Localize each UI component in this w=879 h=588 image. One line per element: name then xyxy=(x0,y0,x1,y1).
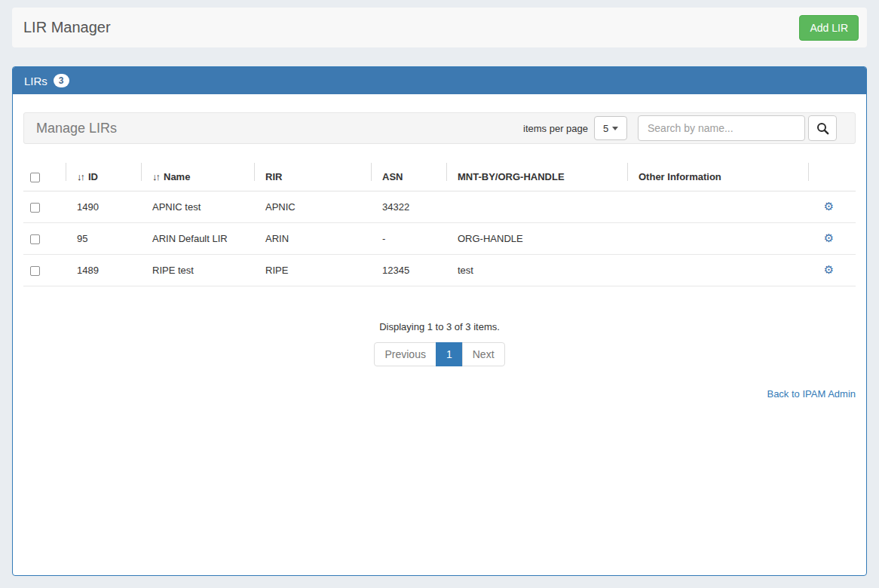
panel-body: Manage LIRs items per page 5 xyxy=(13,94,866,412)
cell-asn: - xyxy=(371,223,446,255)
cell-mnt-by: test xyxy=(446,255,627,286)
cell-mnt-by: ORG-HANDLE xyxy=(446,223,627,255)
pagination-page-1[interactable]: 1 xyxy=(436,342,463,366)
lirs-table: ↓↑ID ↓↑Name RIR ASN MNT-BY/ORG-HANDLE Ot… xyxy=(23,163,856,286)
row-checkbox[interactable] xyxy=(30,203,40,213)
column-header-rir: RIR xyxy=(254,163,371,191)
row-settings-button[interactable]: ⚙ xyxy=(824,233,834,244)
search-input[interactable] xyxy=(638,115,805,141)
items-per-page-label: items per page xyxy=(523,123,588,134)
cell-id: 1490 xyxy=(66,191,141,223)
select-all-checkbox[interactable] xyxy=(30,173,40,182)
column-header-actions xyxy=(808,163,856,191)
row-settings-button[interactable]: ⚙ xyxy=(824,201,834,213)
add-lir-button[interactable]: Add LIR xyxy=(799,15,859,41)
cell-mnt-by xyxy=(446,191,627,223)
sort-icon: ↓↑ xyxy=(152,171,159,182)
items-per-page-value: 5 xyxy=(603,123,608,134)
cell-other xyxy=(627,191,808,223)
table-row: 1489 RIPE test RIPE 12345 test ⚙ xyxy=(23,255,856,286)
pagination: Previous 1 Next xyxy=(23,342,856,366)
column-header-name[interactable]: ↓↑Name xyxy=(141,163,254,191)
cell-rir: RIPE xyxy=(254,255,371,286)
table-row: 1490 APNIC test APNIC 34322 ⚙ xyxy=(23,191,856,223)
search-button[interactable] xyxy=(808,115,837,141)
sort-icon: ↓↑ xyxy=(77,171,84,182)
count-badge: 3 xyxy=(54,74,69,87)
cell-other xyxy=(627,223,808,255)
column-header-mnt-by: MNT-BY/ORG-HANDLE xyxy=(446,163,627,191)
cell-asn: 12345 xyxy=(371,255,446,286)
gear-icon: ⚙ xyxy=(824,231,834,245)
pagination-previous[interactable]: Previous xyxy=(374,342,436,366)
cell-name: RIPE test xyxy=(141,255,254,286)
pagination-next[interactable]: Next xyxy=(462,342,505,366)
search-icon xyxy=(816,122,829,135)
column-header-asn: ASN xyxy=(371,163,446,191)
cell-id: 1489 xyxy=(66,255,141,286)
table-row: 95 ARIN Default LIR ARIN - ORG-HANDLE ⚙ xyxy=(23,223,856,255)
row-checkbox[interactable] xyxy=(30,234,40,244)
lirs-panel: LIRs 3 Manage LIRs items per page 5 xyxy=(12,66,867,576)
items-summary: Displaying 1 to 3 of 3 items. xyxy=(23,321,856,332)
page-header: LIR Manager Add LIR xyxy=(12,8,867,47)
back-to-ipam-admin-link[interactable]: Back to IPAM Admin xyxy=(767,388,856,400)
row-checkbox[interactable] xyxy=(30,266,40,276)
gear-icon: ⚙ xyxy=(824,263,834,277)
column-header-id[interactable]: ↓↑ID xyxy=(66,163,141,191)
footer-link-row: Back to IPAM Admin xyxy=(23,387,856,400)
panel-heading: LIRs 3 xyxy=(13,67,866,94)
row-settings-button[interactable]: ⚙ xyxy=(824,265,834,276)
toolbar-title: Manage LIRs xyxy=(36,121,117,136)
panel-title: LIRs xyxy=(24,75,47,87)
gear-icon: ⚙ xyxy=(824,200,834,213)
cell-asn: 34322 xyxy=(371,191,446,223)
cell-name: APNIC test xyxy=(141,191,254,223)
cell-rir: ARIN xyxy=(254,223,371,255)
page-title: LIR Manager xyxy=(23,19,111,36)
cell-other xyxy=(627,255,808,286)
items-per-page-select[interactable]: 5 xyxy=(594,116,627,140)
cell-id: 95 xyxy=(66,223,141,255)
toolbar-controls: items per page 5 xyxy=(523,115,837,141)
table-header-row: ↓↑ID ↓↑Name RIR ASN MNT-BY/ORG-HANDLE Ot… xyxy=(23,163,856,191)
caret-down-icon xyxy=(612,127,618,130)
toolbar: Manage LIRs items per page 5 xyxy=(23,112,856,144)
cell-rir: APNIC xyxy=(254,191,371,223)
column-header-other-information: Other Information xyxy=(627,163,808,191)
cell-name: ARIN Default LIR xyxy=(141,223,254,255)
